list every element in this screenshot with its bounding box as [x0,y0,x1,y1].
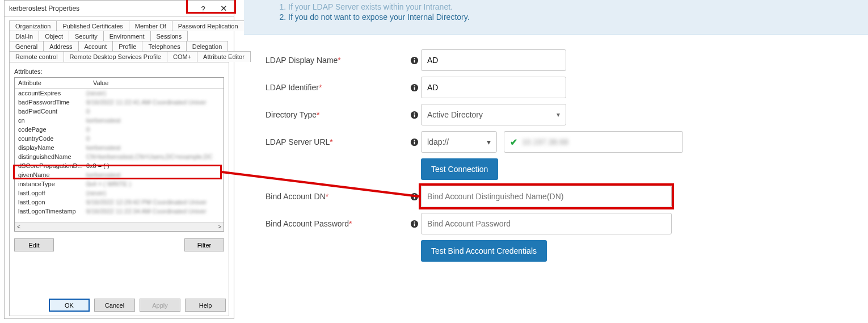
attribute-row[interactable]: lastLogonTimestamp6/16/2022 11:22:34 AM … [15,207,224,216]
tab-attribute-editor[interactable]: Attribute Editor [197,51,251,62]
label-ldap-server-url: LDAP Server URL [266,137,330,146]
attribute-list[interactable]: Attribute Value accountExpires(never)bad… [14,77,224,232]
scroll-left-icon[interactable]: < [17,224,20,230]
attribute-row[interactable]: lastLogoff(never) [15,188,224,198]
dialog-button-row: OK Cancel Apply Help [49,299,226,312]
tab-password-replication[interactable]: Password Replication [172,20,245,31]
attribute-value: 6/16/2022 11:22:41 AM Coordinated Univer [86,99,220,106]
attribute-row[interactable]: displayNamekerberostest [15,143,224,152]
tab-com-[interactable]: COM+ [167,51,197,62]
info-item: If you do not want to expose your Intern… [288,12,841,22]
attribute-name: lastLogoff [18,190,86,196]
edit-button[interactable]: Edit [14,238,54,251]
attribute-name: distinguishedName [18,153,86,160]
tab-profile[interactable]: Profile [112,41,142,52]
info-icon[interactable] [407,138,421,146]
col-value[interactable]: Value [90,78,224,88]
help-button-bottom[interactable]: Help [185,299,226,312]
svg-rect-1 [414,60,415,62]
attribute-name: lastLogonTimestamp [18,208,86,215]
scroll-right-icon[interactable]: > [218,224,221,230]
chevron-down-icon: ▾ [557,111,560,119]
tab-security[interactable]: Security [69,31,104,41]
test-bind-credentials-button[interactable]: Test Bind Account Credentials [421,240,547,262]
tab-address[interactable]: Address [43,41,78,52]
attribute-row[interactable]: badPwdCount0 [15,107,224,116]
info-icon[interactable] [407,192,421,201]
svg-rect-4 [414,87,415,90]
directory-type-value: Active Directory [427,110,483,119]
attribute-value: 0 [86,126,220,133]
attribute-row[interactable]: givenNamekerberostest [15,170,224,179]
test-connection-button[interactable]: Test Connection [421,158,498,180]
attribute-list-scrollbar[interactable]: < > [15,222,224,231]
tab-published-certificates[interactable]: Published Certificates [56,20,129,31]
ldap-display-name-input[interactable] [421,49,566,71]
info-icon[interactable] [407,56,421,65]
info-icon[interactable] [407,111,421,119]
svg-rect-2 [414,58,415,59]
attribute-row[interactable]: distinguishedNameCN=kerberostest,CN=User… [15,152,224,161]
ldap-identifier-input[interactable] [421,77,566,98]
tab-general[interactable]: General [9,41,44,52]
svg-rect-13 [414,196,415,199]
attribute-row[interactable]: codePage0 [15,125,224,134]
tab-member-of[interactable]: Member Of [129,20,172,31]
info-icon[interactable] [407,220,421,228]
ldap-scheme-select[interactable]: ldap:// ▾ [421,131,497,153]
attribute-row[interactable]: instanceType0x4 = ( WRITE ) [15,179,224,188]
col-attribute[interactable]: Attribute [15,78,90,88]
attribute-value: 0 [86,135,220,142]
svg-rect-16 [414,223,415,226]
properties-dialog: kerberostest Properties ? ✕ Organization… [4,0,234,319]
attribute-row[interactable]: cnkerberostest [15,116,224,125]
svg-rect-10 [414,141,415,144]
attribute-name: cn [18,117,86,124]
tab-remote-control[interactable]: Remote control [9,51,64,62]
help-button[interactable]: ? [193,1,213,16]
tab-sessions[interactable]: Sessions [150,31,188,41]
attribute-row[interactable]: badPasswordTime6/16/2022 11:22:41 AM Coo… [15,98,224,107]
bind-account-password-input[interactable] [421,213,672,234]
info-icon[interactable] [407,83,421,92]
attribute-name: badPwdCount [18,108,86,115]
attribute-name: dSCorePropagationD... [18,162,86,169]
ok-button[interactable]: OK [49,299,90,312]
attribute-row[interactable]: accountExpires(never) [15,89,224,98]
svg-rect-14 [414,194,415,195]
attribute-value: kerberostest [86,171,220,178]
ldap-host-input[interactable]: ✔ 10.197.38.68 [504,131,683,153]
attribute-row[interactable]: dSCorePropagationD...0x0 = ( ) [15,161,224,170]
cancel-button[interactable]: Cancel [94,299,135,312]
title-text: kerberostest Properties [9,5,193,12]
info-box: If your LDAP Server exists within your I… [244,0,868,35]
tab-remote-desktop-services-profile[interactable]: Remote Desktop Services Profile [64,51,167,62]
tab-row: OrganizationPublished CertificatesMember… [9,20,229,31]
svg-rect-5 [414,85,415,86]
tab-organization[interactable]: Organization [9,20,57,31]
svg-rect-7 [414,114,415,117]
attribute-name: countryCode [18,135,86,142]
svg-rect-17 [414,221,415,223]
attribute-row[interactable]: lastLogon6/16/2022 12:29:42 PM Coordinat… [15,198,224,207]
svg-rect-8 [414,112,415,114]
tab-dial-in[interactable]: Dial-in [9,31,39,41]
tab-environment[interactable]: Environment [103,31,151,41]
attribute-value: (never) [86,90,220,97]
tab-object[interactable]: Object [39,31,69,41]
tab-account[interactable]: Account [78,41,113,52]
close-button[interactable]: ✕ [213,1,234,16]
tab-delegation[interactable]: Delegation [186,41,229,52]
attribute-value: 0x4 = ( WRITE ) [86,181,220,187]
filter-button[interactable]: Filter [184,238,224,251]
tab-telephones[interactable]: Telephones [142,41,186,52]
attribute-row[interactable]: countryCode0 [15,134,224,143]
attribute-value: 6/16/2022 11:22:34 AM Coordinated Univer [86,208,220,215]
bind-account-dn-input[interactable] [421,186,672,207]
apply-button[interactable]: Apply [140,299,180,312]
ldap-scheme-value: ldap:// [427,137,449,146]
attribute-name: displayName [18,144,86,151]
label-ldap-identifier: LDAP Identifier [266,83,319,92]
directory-type-select[interactable]: Active Directory ▾ [421,104,566,125]
attribute-value: kerberostest [86,144,220,151]
